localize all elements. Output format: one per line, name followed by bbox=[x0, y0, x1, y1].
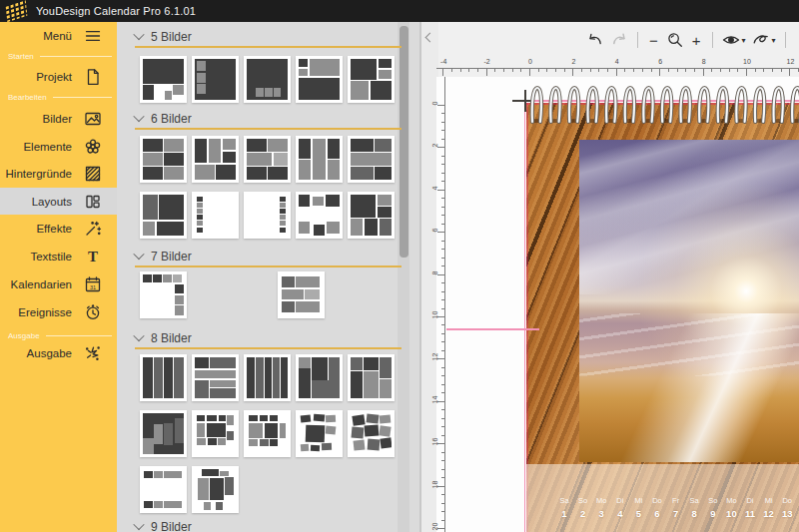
ruler-tick bbox=[441, 477, 445, 478]
layout-thumbnail[interactable] bbox=[296, 136, 343, 183]
preview-button[interactable]: ▾ bbox=[719, 28, 749, 52]
layout-thumbnail-cell bbox=[143, 167, 163, 180]
sidebar-item-hintergrnde[interactable]: Hintergründe bbox=[0, 160, 117, 188]
layout-thumbnail[interactable] bbox=[348, 354, 395, 401]
layout-thumbnail[interactable] bbox=[296, 192, 343, 239]
layout-thumbnail[interactable] bbox=[244, 354, 291, 401]
chevron-down-icon bbox=[133, 248, 144, 259]
ruler-tick bbox=[590, 68, 591, 72]
minus-icon: − bbox=[649, 33, 658, 48]
layout-thumbnail[interactable] bbox=[140, 271, 187, 318]
layout-thumbnail[interactable] bbox=[348, 136, 395, 183]
layout-thumbnail-cell bbox=[197, 423, 205, 437]
weekday-cell: Sa bbox=[559, 496, 568, 505]
layout-thumbnail-cell bbox=[175, 305, 184, 315]
section-header-8-bilder[interactable]: 8 Bilder bbox=[135, 331, 192, 345]
sidebar-item-textstile[interactable]: TextstileT bbox=[0, 243, 117, 270]
sidebar-item-effekte[interactable]: Effekte bbox=[0, 215, 117, 243]
sidebar-item-bilder[interactable]: Bilder bbox=[0, 105, 117, 133]
layout-thumbnail[interactable] bbox=[244, 56, 291, 103]
date-cell: 4 bbox=[617, 508, 622, 519]
weekday-cell: So bbox=[578, 496, 587, 505]
layout-thumbnail-cell bbox=[365, 219, 378, 236]
layout-thumbnail[interactable] bbox=[192, 410, 239, 457]
ruler-tick bbox=[437, 316, 445, 317]
ruler-tick bbox=[441, 113, 445, 114]
layout-thumbnail[interactable] bbox=[192, 56, 239, 103]
ruler-line bbox=[444, 77, 445, 532]
layout-thumbnail[interactable] bbox=[278, 271, 325, 318]
layout-thumbnail[interactable] bbox=[296, 410, 343, 457]
layout-thumbnail[interactable] bbox=[192, 466, 239, 513]
layout-thumbnail-cell bbox=[375, 139, 392, 152]
layout-thumbnail-cell bbox=[260, 439, 269, 446]
sidebar-item-ereignisse[interactable]: Ereignisse bbox=[0, 298, 117, 326]
magnifier-icon bbox=[666, 31, 684, 49]
layout-thumbnail-cell bbox=[144, 471, 153, 478]
layout-thumbnail[interactable] bbox=[348, 192, 395, 239]
ruler-tick bbox=[633, 68, 634, 72]
layout-thumbnail-cell bbox=[227, 415, 234, 425]
layout-thumbnail[interactable] bbox=[244, 410, 291, 457]
layout-thumbnail[interactable] bbox=[140, 136, 187, 183]
layout-thumbnail[interactable] bbox=[192, 136, 239, 183]
ruler-tick bbox=[729, 68, 730, 72]
section-header-6-bilder[interactable]: 6 Bilder bbox=[135, 112, 192, 126]
layout-thumbnail-cell bbox=[154, 501, 163, 508]
ruler-tick bbox=[441, 258, 445, 259]
layout-thumbnail[interactable] bbox=[348, 410, 395, 457]
panel-scrollbar-track[interactable] bbox=[398, 22, 409, 532]
layout-thumbnail-cell bbox=[197, 215, 203, 220]
zoom-tool-button[interactable] bbox=[663, 28, 687, 52]
layout-thumbnail[interactable] bbox=[348, 56, 395, 103]
layout-thumbnail[interactable] bbox=[140, 466, 187, 513]
photo-foam bbox=[579, 313, 799, 462]
layout-thumbnail[interactable] bbox=[192, 192, 239, 239]
layout-thumbnail-cell bbox=[220, 471, 228, 476]
section-header-5-bilder[interactable]: 5 Bilder bbox=[135, 30, 192, 44]
calendar-grid[interactable]: SaSoMoDiMiDoFrSaSoMoDiMiDo12345678910111… bbox=[526, 464, 799, 532]
beach-photo-object[interactable] bbox=[579, 140, 799, 462]
sidebar-section-line bbox=[40, 56, 112, 57]
undo-button[interactable] bbox=[583, 28, 607, 52]
sidebar-item-label: Menü bbox=[43, 30, 72, 42]
layout-thumbnail[interactable] bbox=[244, 192, 291, 239]
panel-scrollbar-thumb[interactable] bbox=[400, 26, 408, 258]
ruler-line bbox=[436, 68, 799, 69]
ruler-tick bbox=[703, 68, 704, 76]
chevron-down-icon bbox=[133, 110, 144, 121]
layout-thumbnail-cell bbox=[380, 437, 392, 448]
sidebar-item-layouts[interactable]: Layouts bbox=[0, 188, 117, 215]
layout-thumbnail-cell bbox=[274, 153, 288, 165]
ruler-label: 4 bbox=[431, 182, 438, 194]
section-header-9-bilder[interactable]: 9 Bilder bbox=[135, 520, 192, 532]
ruler-tick bbox=[441, 460, 445, 461]
ruler-label: 8 bbox=[697, 58, 711, 65]
sidebar-item-ausgabe[interactable]: Ausgabe bbox=[0, 339, 117, 367]
layout-thumbnail-cell bbox=[154, 357, 164, 398]
layout-thumbnail[interactable] bbox=[140, 410, 187, 457]
zoom-out-button[interactable]: − bbox=[644, 28, 663, 52]
layout-thumbnail-cell bbox=[379, 425, 392, 436]
weekday-cell: Di bbox=[746, 496, 753, 505]
collapse-panel-chevron-icon[interactable] bbox=[425, 33, 435, 43]
zoom-in-button[interactable]: + bbox=[687, 28, 706, 52]
sidebar-item-kalendarien[interactable]: Kalendarien31 bbox=[0, 270, 117, 298]
redo-button[interactable] bbox=[607, 28, 631, 52]
layout-thumbnail[interactable] bbox=[296, 354, 343, 401]
layout-thumbnail-cell bbox=[280, 221, 286, 226]
layout-thumbnail[interactable] bbox=[244, 136, 291, 183]
sidebar-item-elemente[interactable]: Elemente bbox=[0, 133, 117, 161]
app-logo-icon bbox=[5, 0, 28, 23]
wire-binding-button[interactable]: ▾ bbox=[749, 28, 779, 52]
layout-thumbnail[interactable] bbox=[192, 354, 239, 401]
layout-thumbnail[interactable] bbox=[296, 56, 343, 103]
document-icon bbox=[84, 68, 102, 86]
layout-thumbnail[interactable] bbox=[140, 192, 187, 239]
section-header-7-bilder[interactable]: 7 Bilder bbox=[135, 250, 192, 264]
toolbar-separator bbox=[785, 32, 786, 48]
layout-thumbnail[interactable] bbox=[140, 354, 187, 401]
layout-thumbnail-cell bbox=[299, 160, 311, 180]
horizontal-ruler: -4-2024681012 bbox=[436, 56, 799, 77]
layout-thumbnail[interactable] bbox=[140, 56, 187, 103]
